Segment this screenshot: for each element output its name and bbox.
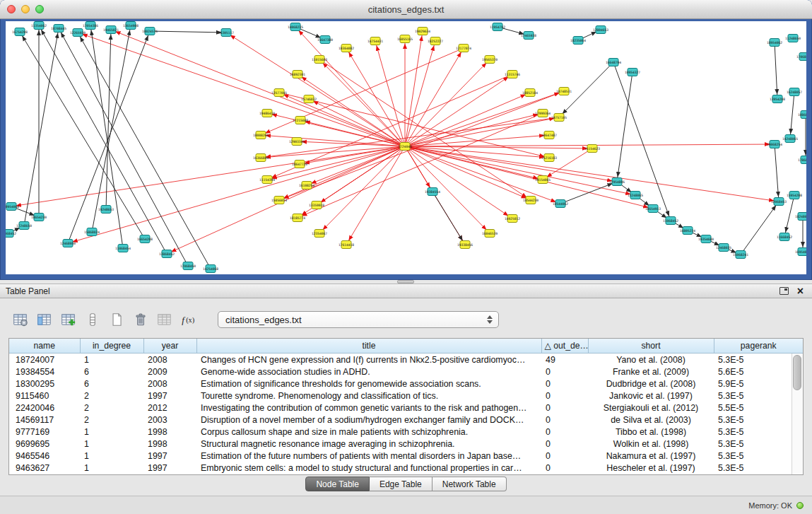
graph-edge[interactable] xyxy=(405,146,433,192)
column-header-short[interactable]: short xyxy=(588,339,714,354)
function-builder-icon[interactable]: f(x) xyxy=(178,310,199,329)
table-cell[interactable]: 9465546 xyxy=(9,450,80,462)
memory-status-icon[interactable] xyxy=(796,502,804,509)
table-row[interactable]: 2242004622012Investigating the contribut… xyxy=(9,402,803,414)
table-cell[interactable]: Investigating the contribution of common… xyxy=(196,402,541,414)
graph-edge[interactable] xyxy=(319,59,405,146)
table-cell[interactable]: 0 xyxy=(541,462,588,474)
table-cell[interactable]: 19384554 xyxy=(9,366,80,378)
table-cell[interactable]: 0 xyxy=(541,438,588,450)
table-cell[interactable]: Stergiakouli et al. (2012) xyxy=(588,402,714,414)
table-row[interactable]: 1456911722003Disruption of a novel membe… xyxy=(9,414,803,426)
table-cell[interactable]: 1998 xyxy=(143,438,196,450)
table-cell[interactable]: 9777169 xyxy=(9,426,80,438)
column-header-pagerank[interactable]: pagerank xyxy=(714,339,803,354)
table-cell[interactable]: 2003 xyxy=(143,414,196,426)
graph-edge[interactable] xyxy=(405,31,423,146)
table-cell[interactable]: Yano et al. (2008) xyxy=(588,354,714,366)
table-cell[interactable]: 5.3E-5 xyxy=(714,354,803,366)
table-cell[interactable]: Tourette syndrome. Phenomenology and cla… xyxy=(196,390,541,402)
table-cell[interactable]: 9115460 xyxy=(9,390,80,402)
table-cell[interactable]: 2009 xyxy=(143,366,196,378)
graph-edge[interactable] xyxy=(617,72,632,182)
column-select-icon[interactable] xyxy=(34,310,55,329)
close-window-icon[interactable] xyxy=(7,5,16,13)
table-cell[interactable]: 49 xyxy=(541,354,588,366)
graph-edge[interactable] xyxy=(150,31,226,33)
table-cell[interactable]: 18300295 xyxy=(9,378,80,390)
table-row[interactable]: 946362711997Embryonic stem cells: a mode… xyxy=(9,462,803,474)
graph-edge[interactable] xyxy=(775,42,777,99)
column-header-title[interactable]: title xyxy=(196,339,541,354)
graph-edge[interactable] xyxy=(433,192,465,245)
table-cell[interactable]: 0 xyxy=(541,390,588,402)
table-row[interactable]: 911546021997Tourette syndrome. Phenomeno… xyxy=(9,390,803,402)
tab-node-table[interactable]: Node Table xyxy=(305,477,370,491)
table-cell[interactable]: 2008 xyxy=(143,354,196,366)
table-cell[interactable]: 5.6E-5 xyxy=(714,366,803,378)
table-cell[interactable]: 1 xyxy=(80,438,143,450)
table-cell[interactable]: 1 xyxy=(80,450,143,462)
graph-edge[interactable] xyxy=(741,201,779,255)
column-header-year[interactable]: year xyxy=(143,339,196,354)
network-graph[interactable]: 1724046160551651825222712177074195653701… xyxy=(6,21,806,274)
table-cell[interactable]: Jankovic et al. (1997) xyxy=(588,390,714,402)
graph-edge[interactable] xyxy=(39,25,167,254)
table-cell[interactable]: 2 xyxy=(80,402,143,414)
row-mode-icon[interactable] xyxy=(82,310,103,329)
graph-edge[interactable] xyxy=(11,146,405,206)
table-cell[interactable]: 0 xyxy=(541,426,588,438)
table-cell[interactable]: Structural magnetic resonance image aver… xyxy=(196,438,541,450)
graph-edge[interactable] xyxy=(279,146,405,200)
table-cell[interactable]: 0 xyxy=(541,450,588,462)
graph-edge[interactable] xyxy=(346,146,405,245)
table-row[interactable]: 969969511998Structural magnetic resonanc… xyxy=(9,438,803,450)
table-cell[interactable]: Franke et al. (2009) xyxy=(588,366,714,378)
table-selector[interactable]: citations_edges.txt xyxy=(218,311,499,328)
table-cell[interactable]: 5.3E-5 xyxy=(714,414,803,426)
table-cell[interactable]: 5.3E-5 xyxy=(714,426,803,438)
table-cell[interactable]: 9699695 xyxy=(9,438,80,450)
graph-edge[interactable] xyxy=(226,33,405,146)
delete-table-icon[interactable] xyxy=(130,310,151,329)
import-table-icon[interactable] xyxy=(154,310,175,329)
table-cell[interactable]: Hescheler et al. (1997) xyxy=(588,462,714,474)
graph-edge[interactable] xyxy=(319,146,405,233)
column-header-out-de[interactable]: △ out_de… xyxy=(541,339,588,354)
table-cell[interactable]: Nakamura et al. (1997) xyxy=(588,450,714,462)
graph-edge[interactable] xyxy=(405,74,512,146)
table-cell[interactable]: 5.3E-5 xyxy=(714,462,803,474)
table-cell[interactable]: 1997 xyxy=(143,450,196,462)
tab-edge-table[interactable]: Edge Table xyxy=(370,477,433,491)
graph-edge[interactable] xyxy=(106,30,111,209)
table-cell[interactable]: 14569117 xyxy=(9,414,80,426)
table-cell[interactable]: Estimation of significance thresholds fo… xyxy=(196,378,541,390)
window-titlebar[interactable]: citations_edges.txt xyxy=(0,0,812,19)
table-cell[interactable]: 5.3E-5 xyxy=(714,390,803,402)
table-cell[interactable]: Estimation of the future numbers of pati… xyxy=(196,450,541,462)
graph-edge[interactable] xyxy=(307,146,405,185)
graph-edge[interactable] xyxy=(405,135,549,146)
table-cell[interactable]: 2 xyxy=(80,390,143,402)
table-cell[interactable]: 1 xyxy=(80,426,143,438)
table-cell[interactable]: 5.3E-5 xyxy=(714,438,803,450)
table-cell[interactable]: Dudbridge et al. (2008) xyxy=(588,378,714,390)
graph-edge[interactable] xyxy=(790,92,794,139)
table-cell[interactable]: Wolkin et al. (1998) xyxy=(588,438,714,450)
table-cell[interactable]: 0 xyxy=(541,414,588,426)
table-cell[interactable]: 0 xyxy=(541,378,588,390)
table-cell[interactable]: Disruption of a novel member of a sodium… xyxy=(196,414,541,426)
table-cell[interactable]: 5.5E-5 xyxy=(714,402,803,414)
table-cell[interactable]: 1 xyxy=(80,462,143,474)
table-cell[interactable]: 2 xyxy=(80,414,143,426)
table-scrollbar-thumb[interactable] xyxy=(793,355,801,390)
table-row[interactable]: 977716911998Corpus callosum shape and si… xyxy=(9,426,803,438)
tab-network-table[interactable]: Network Table xyxy=(433,477,507,491)
graph-edge[interactable] xyxy=(261,48,464,135)
graph-edge[interactable] xyxy=(405,146,512,218)
table-cell[interactable]: 0 xyxy=(541,366,588,378)
graph-edge[interactable] xyxy=(317,146,405,205)
table-cell[interactable]: 1998 xyxy=(143,426,196,438)
table-cell[interactable]: 6 xyxy=(80,378,143,390)
table-scrollbar[interactable] xyxy=(792,354,803,474)
